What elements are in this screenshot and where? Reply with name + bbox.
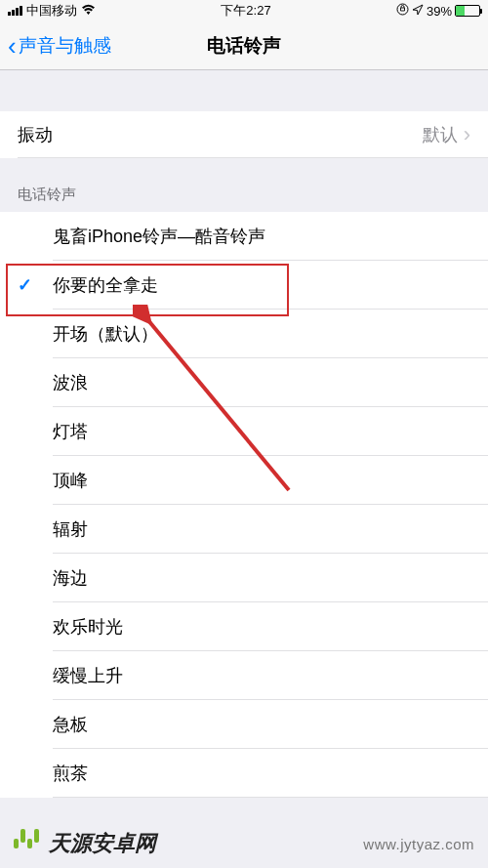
vibration-label: 振动 [18, 123, 423, 146]
back-button[interactable]: ‹ 声音与触感 [8, 33, 111, 59]
carrier-label: 中国移动 [26, 2, 77, 20]
ringtone-label: 急板 [53, 713, 88, 736]
ringtone-label: 波浪 [53, 371, 88, 394]
ringtone-label: 海边 [53, 566, 88, 590]
page-title: 电话铃声 [207, 33, 281, 59]
location-icon [412, 4, 424, 19]
ringtone-row[interactable]: 灯塔 [0, 407, 488, 456]
watermark-brand: 天源安卓网 [49, 829, 156, 858]
ringtone-row[interactable]: 波浪 [0, 358, 488, 407]
content[interactable]: 振动 默认 › 电话铃声 鬼畜iPhone铃声—酷音铃声✓你要的全拿走开场（默认… [0, 70, 488, 868]
signal-icon [8, 6, 22, 16]
battery-pct: 39% [427, 4, 452, 19]
watermark-logo-icon [14, 829, 43, 858]
back-label: 声音与触感 [19, 33, 111, 59]
ringtone-row[interactable]: 鬼畜iPhone铃声—酷音铃声 [0, 212, 488, 261]
nav-bar: ‹ 声音与触感 电话铃声 [0, 21, 488, 70]
ringtone-label: 辐射 [53, 517, 88, 541]
section-header: 电话铃声 [0, 158, 488, 212]
wifi-icon [81, 4, 96, 19]
ringtone-row[interactable]: 海边 [0, 554, 488, 602]
ringtone-row[interactable]: 煎茶 [0, 749, 488, 798]
ringtone-row[interactable]: ✓你要的全拿走 [0, 261, 488, 310]
watermark: 天源安卓网 www.jytyaz.com [0, 819, 488, 868]
ringtone-label: 顶峰 [53, 469, 88, 492]
ringtone-label: 煎茶 [53, 762, 88, 785]
ringtone-row[interactable]: 欢乐时光 [0, 602, 488, 651]
battery-icon [455, 5, 480, 17]
check-icon: ✓ [18, 274, 32, 296]
vibration-value: 默认 [423, 123, 458, 146]
ringtone-label: 你要的全拿走 [53, 273, 158, 297]
chevron-right-icon: › [464, 122, 470, 147]
vibration-row[interactable]: 振动 默认 › [0, 111, 488, 158]
ringtone-label: 欢乐时光 [53, 615, 123, 639]
ringtone-row[interactable]: 开场（默认） [0, 310, 488, 358]
status-bar: 中国移动 下午2:27 39% [0, 0, 488, 21]
ringtone-list: 鬼畜iPhone铃声—酷音铃声✓你要的全拿走开场（默认）波浪灯塔顶峰辐射海边欢乐… [0, 212, 488, 798]
orientation-lock-icon [396, 3, 409, 19]
ringtone-row[interactable]: 缓慢上升 [0, 651, 488, 700]
ringtone-label: 灯塔 [53, 420, 88, 443]
ringtone-label: 缓慢上升 [53, 664, 123, 687]
watermark-url: www.jytyaz.com [363, 836, 474, 852]
ringtone-row[interactable]: 辐射 [0, 505, 488, 554]
ringtone-row[interactable]: 急板 [0, 700, 488, 749]
status-time: 下午2:27 [221, 2, 270, 20]
status-left: 中国移动 [8, 2, 96, 20]
ringtone-row[interactable]: 顶峰 [0, 456, 488, 505]
status-right: 39% [396, 3, 480, 19]
ringtone-label: 鬼畜iPhone铃声—酷音铃声 [53, 225, 265, 248]
ringtone-label: 开场（默认） [53, 322, 158, 346]
chevron-left-icon: ‹ [8, 33, 17, 59]
